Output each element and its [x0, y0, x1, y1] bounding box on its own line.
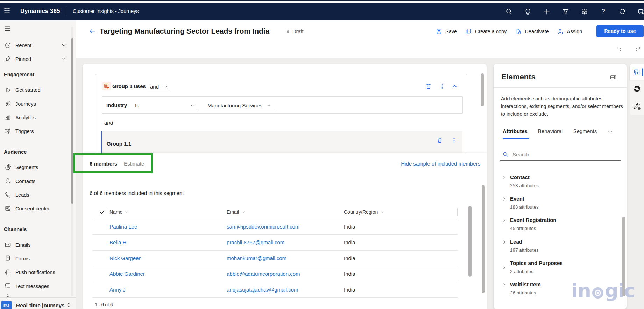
member-email-link[interactable]: mohankumar@gmail.com — [227, 255, 286, 261]
chevron-down-icon — [241, 210, 245, 214]
help-icon[interactable]: ? — [600, 8, 607, 15]
pagination-status: 1 - 6 of 6 — [95, 302, 113, 307]
side-navigation: Recent Pinned Engagement Get started Jou… — [0, 20, 76, 309]
condition-operator-value: Is — [135, 103, 139, 108]
chevron-down-icon[interactable] — [61, 43, 66, 48]
area-switcher[interactable]: RJ Real-time journeys — [0, 297, 76, 309]
tab-attributes[interactable]: Attributes — [503, 128, 528, 134]
sidebar-item-recent[interactable]: Recent — [0, 38, 76, 52]
condition-operator-dropdown[interactable]: Is — [132, 99, 198, 112]
save-button[interactable]: Save — [436, 28, 457, 35]
condition-value: Manufacturing Services — [207, 103, 262, 108]
sidebar-item-pinned[interactable]: Pinned — [0, 52, 76, 66]
sidebar-item-forms[interactable]: Forms — [0, 252, 76, 265]
collapse-panel-icon[interactable] — [610, 74, 617, 81]
redo-icon[interactable] — [635, 45, 642, 52]
member-name-link[interactable]: Bella H — [109, 239, 126, 245]
hide-sample-link[interactable]: Hide sample of included members — [401, 161, 480, 167]
attribute-group-event[interactable]: Event188 attributes — [502, 196, 539, 210]
collapse-group-icon[interactable] — [451, 83, 458, 89]
hamburger-icon[interactable] — [0, 20, 76, 36]
gear-icon[interactable] — [581, 8, 588, 15]
select-all-checkmark-icon[interactable] — [100, 210, 105, 215]
sidebar-item-consent-center[interactable]: Consent center — [0, 202, 76, 216]
sidebar-item-leads[interactable]: Leads — [0, 188, 76, 202]
table-scrollbar-thumb[interactable] — [468, 206, 472, 277]
sidebar-item-text-messages[interactable]: Text messages — [0, 279, 76, 293]
member-name-link[interactable]: Abbie Gardiner — [109, 271, 145, 277]
attribute-group-topics[interactable]: Topics and Purposes2 attributes — [502, 260, 563, 274]
canvas-scrollbar-thumb[interactable] — [481, 73, 484, 106]
customize-tools-icon[interactable] — [633, 102, 641, 111]
sidebar-scrollbar-thumb[interactable] — [71, 38, 73, 204]
attribute-group-event-registration[interactable]: Event Registration45 attributes — [502, 217, 557, 231]
feedback-chat-icon[interactable] — [638, 8, 644, 15]
attribute-group-waitlist[interactable]: Waitlist Item26 attributes — [502, 281, 541, 295]
topbar-actions: ? — [505, 3, 644, 20]
group-count: 45 attributes — [510, 226, 557, 231]
column-header-country[interactable]: Country/Region — [344, 209, 384, 215]
table-row: Nick Gargeen mohankumar@gmail.com India — [93, 251, 458, 266]
sidebar-item-triggers[interactable]: Triggers — [0, 124, 76, 138]
search-input[interactable] — [512, 152, 610, 157]
sidebar-item-contacts[interactable]: Contacts — [0, 174, 76, 188]
filter-icon[interactable] — [562, 8, 569, 15]
status-badge: Draft — [287, 29, 303, 34]
sidebar-item-push-notifications[interactable]: Push notifications — [0, 266, 76, 279]
deactivate-icon — [515, 28, 522, 35]
subgroup-more-icon[interactable] — [451, 137, 457, 143]
member-name-link[interactable]: Anny J — [109, 287, 126, 293]
back-arrow-icon[interactable] — [89, 28, 96, 35]
undo-icon[interactable] — [615, 45, 622, 52]
add-icon[interactable] — [543, 8, 550, 15]
sidebar-item-get-started[interactable]: Get started — [0, 83, 76, 97]
search-icon[interactable] — [505, 8, 512, 15]
chevron-right-icon — [502, 218, 507, 223]
sidebar-item-analytics[interactable]: Analytics — [0, 111, 76, 124]
attribute-group-contact[interactable]: Contact253 attributes — [502, 174, 539, 188]
play-icon — [5, 87, 11, 93]
sidebar-item-emails[interactable]: Emails — [0, 238, 76, 252]
delete-subgroup-icon[interactable] — [437, 137, 443, 143]
copilot-icon[interactable] — [634, 85, 641, 92]
member-email-link[interactable]: prachii.8767@gmail.com — [227, 239, 284, 245]
member-email-link[interactable]: abbie@adatumcorporation.com — [227, 271, 300, 277]
analytics-icon — [5, 114, 11, 121]
group-text: Lead197 attributes — [510, 239, 539, 253]
tab-more[interactable]: ··· — [607, 128, 613, 134]
create-copy-button[interactable]: Create a copy — [466, 28, 507, 35]
elements-panel: Elements Add elements such as demographi… — [494, 64, 627, 309]
rail-add-elements-button[interactable] — [630, 64, 644, 80]
copilot-icon[interactable] — [619, 8, 626, 15]
tab-behavioral[interactable]: Behavioral — [538, 128, 563, 134]
brand-title[interactable]: Dynamics 365 — [20, 8, 60, 14]
member-name-link[interactable]: Nick Gargeen — [109, 255, 142, 261]
group-operator-dropdown[interactable]: and — [147, 81, 170, 92]
assign-button[interactable]: Assign — [558, 28, 582, 35]
chevron-down-icon[interactable] — [61, 56, 66, 62]
member-email-link[interactable]: anujasujatajadhav@gmail.com — [227, 287, 298, 293]
ready-to-use-button[interactable]: Ready to use — [596, 25, 644, 37]
member-email-link[interactable]: sam@ipsddev.onmicrosoft.com — [227, 224, 299, 230]
sidebar-item-segments[interactable]: Segments — [0, 161, 76, 174]
chevron-right-icon — [502, 197, 507, 201]
attribute-group-lead[interactable]: Lead197 attributes — [502, 239, 539, 253]
delete-group-icon[interactable] — [425, 83, 432, 89]
column-header-name[interactable]: Name — [109, 209, 129, 215]
condition-row: Industry Is Manufacturing Services — [102, 96, 463, 114]
lightbulb-icon[interactable] — [524, 8, 531, 15]
topbar-divider — [66, 7, 66, 15]
elements-scrollbar-thumb[interactable] — [622, 217, 625, 296]
rail-tools — [630, 80, 644, 115]
member-name-link[interactable]: Paulina Lee — [109, 224, 137, 230]
group-more-icon[interactable] — [439, 83, 445, 89]
sidebar-item-journeys[interactable]: Journeys — [0, 97, 76, 111]
command-bar: Save Create a copy Deactivate Assign — [436, 26, 582, 37]
tab-segments[interactable]: Segments — [573, 128, 597, 134]
panel-scrollbar-thumb[interactable] — [482, 185, 485, 293]
column-header-email[interactable]: Email — [227, 209, 245, 215]
deactivate-button[interactable]: Deactivate — [515, 28, 549, 35]
app-name[interactable]: Customer Insights - Journeys — [73, 8, 139, 14]
condition-value-dropdown[interactable]: Manufacturing Services — [204, 99, 275, 112]
waffle-icon[interactable] — [4, 7, 10, 14]
